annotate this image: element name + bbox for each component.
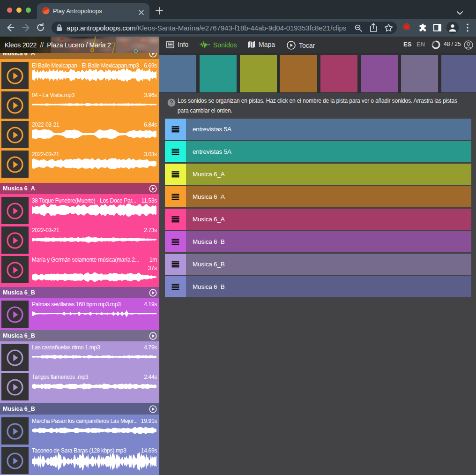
svg-text:?: ? xyxy=(170,99,173,106)
